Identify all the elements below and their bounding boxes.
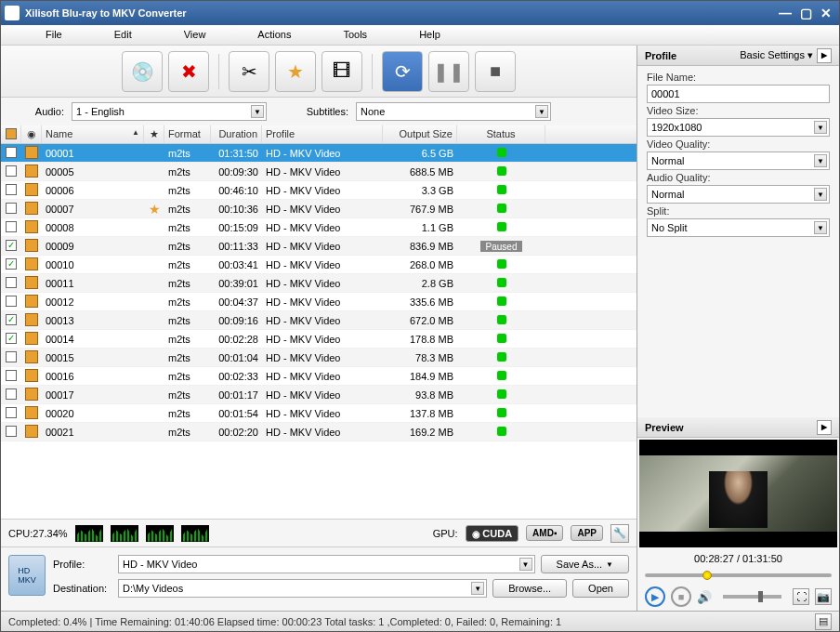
row-checkbox[interactable] bbox=[6, 221, 17, 232]
table-row[interactable]: 00012m2ts00:04:37HD - MKV Video335.6 MB bbox=[1, 293, 637, 311]
table-row[interactable]: 00015m2ts00:01:04HD - MKV Video78.3 MB bbox=[1, 349, 637, 367]
col-duration[interactable]: Duration bbox=[211, 125, 262, 143]
snapshot-icon[interactable]: 📷 bbox=[815, 588, 832, 605]
profile-combo[interactable]: HD - MKV Video▼ bbox=[118, 555, 535, 573]
table-row[interactable]: 00006m2ts00:46:10HD - MKV Video3.3 GB bbox=[1, 181, 637, 200]
cell-size: 268.0 MB bbox=[383, 259, 457, 270]
expand-right-icon[interactable]: ▶ bbox=[817, 420, 832, 435]
add-clip-button[interactable]: 🎞 bbox=[322, 51, 362, 92]
table-row[interactable]: 00010m2ts00:03:41HD - MKV Video268.0 MB bbox=[1, 256, 637, 274]
cell-profile: HD - MKV Video bbox=[262, 259, 383, 270]
cpu-graph-icon bbox=[75, 525, 103, 542]
row-checkbox[interactable] bbox=[6, 147, 17, 158]
pause-button[interactable]: ❚❚ bbox=[428, 51, 469, 92]
row-checkbox[interactable] bbox=[6, 407, 17, 418]
table-row[interactable]: 00020m2ts00:01:54HD - MKV Video137.8 MB bbox=[1, 404, 637, 423]
play-button[interactable]: ▶ bbox=[645, 586, 665, 607]
destination-combo[interactable]: D:\My Videos▼ bbox=[118, 579, 487, 598]
table-row[interactable]: 00013m2ts00:09:16HD - MKV Video672.0 MB bbox=[1, 311, 637, 330]
row-checkbox[interactable] bbox=[6, 296, 17, 307]
file-table[interactable]: ◉ Name ▲ ★ Format Duration Profile Outpu… bbox=[1, 125, 637, 519]
cell-duration: 00:09:16 bbox=[211, 315, 262, 326]
delete-button[interactable]: ✖ bbox=[168, 51, 209, 92]
row-checkbox[interactable] bbox=[6, 203, 17, 214]
table-row[interactable]: 00011m2ts00:39:01HD - MKV Video2.8 GB bbox=[1, 274, 637, 293]
film-icon bbox=[25, 220, 38, 233]
basic-settings-toggle[interactable]: Basic Settings ▾ bbox=[740, 49, 813, 61]
file-name-input[interactable] bbox=[647, 85, 830, 103]
log-icon[interactable]: ▤ bbox=[815, 613, 832, 630]
video-quality-combo[interactable]: Normal▼ bbox=[647, 151, 830, 170]
table-row[interactable]: 00014m2ts00:02:28HD - MKV Video178.8 MB bbox=[1, 330, 637, 349]
table-row[interactable]: 00001m2ts01:31:50HD - MKV Video6.5 GB bbox=[1, 144, 637, 163]
close-button[interactable]: ✕ bbox=[817, 6, 835, 20]
stop-button[interactable]: ■ bbox=[475, 51, 516, 92]
menu-actions[interactable]: Actions bbox=[231, 25, 317, 45]
cell-name: 00006 bbox=[42, 185, 144, 196]
minimize-button[interactable]: — bbox=[776, 6, 794, 20]
split-combo[interactable]: No Split▼ bbox=[647, 218, 830, 237]
table-row[interactable]: 00021m2ts00:02:20HD - MKV Video169.2 MB bbox=[1, 423, 637, 441]
cut-button[interactable]: ✂ bbox=[229, 51, 269, 92]
menu-help[interactable]: Help bbox=[393, 25, 466, 45]
col-name[interactable]: Name ▲ bbox=[42, 125, 144, 143]
titlebar[interactable]: Xilisoft Blu-ray to MKV Converter — ▢ ✕ bbox=[1, 1, 839, 25]
table-row[interactable]: 00008m2ts00:15:09HD - MKV Video1.1 GB bbox=[1, 218, 637, 237]
chevron-down-icon: ▼ bbox=[471, 582, 484, 595]
video-size-combo[interactable]: 1920x1080▼ bbox=[647, 118, 830, 137]
table-row[interactable]: 00016m2ts00:02:33HD - MKV Video184.9 MB bbox=[1, 367, 637, 386]
row-checkbox[interactable] bbox=[6, 240, 17, 251]
preview-video[interactable] bbox=[639, 440, 837, 547]
row-checkbox[interactable] bbox=[6, 258, 17, 270]
cell-name: 00007 bbox=[42, 204, 144, 215]
row-checkbox[interactable] bbox=[6, 314, 17, 325]
row-checkbox[interactable] bbox=[6, 277, 17, 288]
fullscreen-icon[interactable]: ⛶ bbox=[793, 588, 809, 605]
timeline-thumb-icon[interactable] bbox=[702, 571, 712, 580]
row-checkbox[interactable] bbox=[6, 426, 17, 437]
wrench-icon[interactable]: 🔧 bbox=[610, 524, 629, 543]
save-as-button[interactable]: Save As...▼ bbox=[541, 555, 629, 573]
audio-combo[interactable]: 1 - English ▼ bbox=[72, 102, 267, 121]
subtitles-combo[interactable]: None ▼ bbox=[356, 102, 551, 121]
row-checkbox[interactable] bbox=[6, 388, 17, 400]
audio-quality-combo[interactable]: Normal▼ bbox=[647, 185, 830, 204]
table-row[interactable]: 00009m2ts00:11:33HD - MKV Video836.9 MBP… bbox=[1, 237, 637, 256]
table-row[interactable]: 00007★m2ts00:10:36HD - MKV Video767.9 MB bbox=[1, 200, 637, 218]
col-check[interactable] bbox=[1, 125, 21, 143]
cell-format: m2ts bbox=[164, 148, 211, 159]
maximize-button[interactable]: ▢ bbox=[796, 6, 815, 20]
cell-size: 836.9 MB bbox=[383, 241, 457, 252]
menu-edit[interactable]: Edit bbox=[88, 25, 158, 45]
preview-timeline[interactable] bbox=[645, 568, 832, 583]
convert-button[interactable]: ⟳ bbox=[382, 51, 423, 92]
table-row[interactable]: 00005m2ts00:09:30HD - MKV Video688.5 MB bbox=[1, 163, 637, 181]
effects-button[interactable]: ★ bbox=[275, 51, 316, 92]
row-checkbox[interactable] bbox=[6, 184, 17, 195]
row-checkbox[interactable] bbox=[6, 165, 17, 177]
col-disc[interactable]: ◉ bbox=[21, 125, 42, 143]
cell-profile: HD - MKV Video bbox=[262, 427, 383, 438]
row-checkbox[interactable] bbox=[6, 370, 17, 381]
volume-slider[interactable] bbox=[723, 595, 781, 599]
open-button[interactable]: Open bbox=[572, 579, 629, 598]
cell-status bbox=[457, 204, 545, 215]
open-disc-button[interactable]: 💿 bbox=[122, 51, 163, 92]
row-checkbox[interactable] bbox=[6, 351, 17, 362]
col-profile[interactable]: Profile bbox=[262, 125, 383, 143]
expand-right-icon[interactable]: ▶ bbox=[817, 48, 832, 63]
browse-button[interactable]: Browse... bbox=[492, 579, 567, 598]
volume-icon[interactable]: 🔊 bbox=[697, 590, 712, 604]
row-checkbox[interactable] bbox=[6, 333, 17, 344]
stop-preview-button[interactable]: ■ bbox=[671, 586, 691, 607]
menu-tools[interactable]: Tools bbox=[317, 25, 393, 45]
col-format[interactable]: Format bbox=[164, 125, 211, 143]
table-row[interactable]: 00017m2ts00:01:17HD - MKV Video93.8 MB bbox=[1, 386, 637, 404]
menu-view[interactable]: View bbox=[158, 25, 232, 45]
col-status[interactable]: Status bbox=[457, 125, 545, 143]
col-size[interactable]: Output Size bbox=[383, 125, 457, 143]
cell-status bbox=[457, 296, 545, 308]
cell-duration: 00:11:33 bbox=[211, 241, 262, 252]
menu-file[interactable]: File bbox=[20, 25, 88, 45]
col-star[interactable]: ★ bbox=[144, 125, 164, 143]
